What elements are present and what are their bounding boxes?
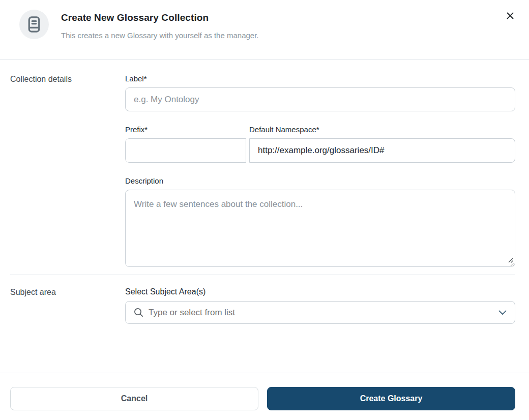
subject-field-label: Select Subject Area(s) [125,287,515,296]
close-icon [506,12,514,20]
dialog-header: Create New Glossary Collection This crea… [0,0,529,59]
glossary-icon-badge [19,10,49,39]
collection-details-fields: Label* Prefix* Default Namespace* [125,74,515,267]
prefix-namespace-labels: Prefix* Default Namespace* [125,125,515,134]
label-input[interactable] [125,87,515,111]
description-field-label: Description [125,176,515,185]
dialog-title: Create New Glossary Collection [61,12,259,23]
subject-area-combobox[interactable] [125,301,515,324]
label-field-group: Label* [125,74,515,111]
create-glossary-button[interactable]: Create Glossary [267,387,515,410]
collection-details-section: Collection details Label* Prefix* Defaul… [10,59,515,267]
subject-area-section: Subject area Select Subject Area(s) [10,275,515,324]
subject-area-input[interactable] [149,308,493,318]
dialog-footer: Cancel Create Glossary [0,373,529,420]
chevron-down-icon[interactable] [498,310,507,315]
journal-icon [26,16,42,33]
subject-area-label: Subject area [10,287,125,324]
dialog-header-text: Create New Glossary Collection This crea… [61,10,259,40]
dialog-subtitle: This creates a new Glossary with yoursel… [61,31,259,40]
subject-area-fields: Select Subject Area(s) [125,287,515,324]
label-field-label: Label* [125,74,515,83]
search-icon [134,308,143,317]
prefix-namespace-inputs [125,138,515,163]
prefix-input[interactable] [125,138,246,163]
collection-details-label: Collection details [10,74,125,267]
namespace-input[interactable] [249,138,515,163]
dialog-body: Collection details Label* Prefix* Defaul… [0,59,529,324]
description-textarea[interactable] [125,190,515,267]
description-field-group: Description [125,176,515,267]
cancel-button[interactable]: Cancel [10,387,258,410]
close-button[interactable] [504,9,517,22]
prefix-field-label: Prefix* [125,125,246,134]
namespace-field-label: Default Namespace* [249,125,515,134]
prefix-namespace-group: Prefix* Default Namespace* [125,125,515,163]
